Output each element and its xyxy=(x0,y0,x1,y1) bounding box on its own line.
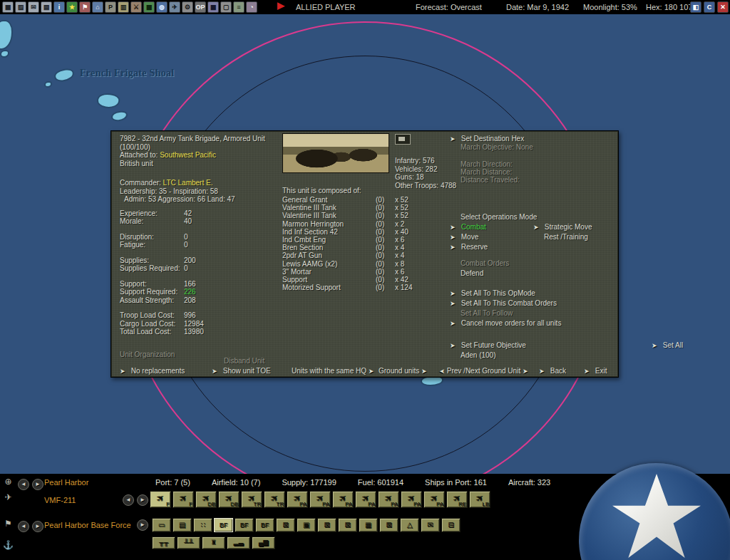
set-all-opmode[interactable]: Set All To This OpMode xyxy=(461,289,535,297)
aircraft-group-button[interactable]: ✈ PA xyxy=(287,491,308,508)
flag-icon[interactable]: ⚑ xyxy=(79,1,91,13)
aircraft-group-button[interactable]: ✈ TR xyxy=(241,491,262,508)
air-ops-icon[interactable]: ✈ xyxy=(169,1,180,13)
aircraft-group-button[interactable]: ✈ PA xyxy=(401,491,422,508)
ground-unit-button[interactable]: ⊠ xyxy=(338,518,357,532)
quit-icon[interactable]: ✕ xyxy=(717,1,729,13)
prev-air-group-button[interactable]: ◄ xyxy=(123,494,134,506)
facility-button[interactable]: ╨╨ xyxy=(177,536,200,549)
bases-icon[interactable]: ⌂ xyxy=(92,1,103,13)
next-air-group-button[interactable]: ► xyxy=(137,494,148,506)
aircraft-group-button[interactable]: ✈ PA xyxy=(309,491,331,508)
screens-icon[interactable]: ▢ xyxy=(220,1,232,13)
facility-button[interactable]: ▄▆ xyxy=(252,536,275,549)
opmode-reserve[interactable]: Reserve xyxy=(461,243,488,251)
air-group-link[interactable]: VMF-211 xyxy=(44,496,76,504)
action-arrow-icon[interactable]: ➤ xyxy=(450,244,459,251)
set-all-follow[interactable]: Set All To Follow xyxy=(450,309,513,317)
action-arrow-icon[interactable]: ➤ xyxy=(584,368,593,375)
action-arrow-icon[interactable]: ➤ xyxy=(421,368,431,375)
combat-anim-icon[interactable]: C xyxy=(704,1,715,13)
action-arrow-icon[interactable]: ➤ xyxy=(450,135,459,142)
show-unit-toe[interactable]: Show unit TOE xyxy=(223,367,271,375)
ground-unit-button[interactable]: ∷ xyxy=(193,518,212,532)
photo-toggle-icon[interactable] xyxy=(395,134,411,145)
action-arrow-icon[interactable]: ➤ xyxy=(450,290,459,297)
set-all-combat-orders[interactable]: Set All To This Combat Orders xyxy=(461,299,557,307)
combat-report-icon[interactable]: ⚔ xyxy=(130,1,142,13)
ground-unit-button[interactable]: ▤ xyxy=(173,518,192,532)
ops-report-icon[interactable]: OP xyxy=(195,1,206,13)
facility-button[interactable]: ╥╥ xyxy=(152,536,175,549)
aircraft-group-button[interactable]: ✈ TR xyxy=(264,491,285,508)
action-arrow-icon[interactable]: ➤ xyxy=(450,224,459,231)
aircraft-group-button[interactable]: ✈ DB xyxy=(218,491,240,508)
back-button[interactable]: Back xyxy=(550,367,566,375)
settings-icon[interactable]: ⚙ xyxy=(182,1,193,13)
units-same-hq[interactable]: Units with the same HQ xyxy=(292,367,366,375)
disband-unit[interactable]: Disband Unit xyxy=(224,357,264,365)
aircraft-group-button[interactable]: ✈ PA xyxy=(378,491,399,508)
aircraft-group-button[interactable]: ✈ PA xyxy=(332,491,354,508)
save-icon[interactable]: ▦ xyxy=(2,1,14,13)
ground-unit-button[interactable]: ⊠ xyxy=(317,518,336,532)
ground-unit-button[interactable]: ⊠ xyxy=(276,518,295,532)
opmode-strategic-move[interactable]: Strategic Move xyxy=(545,223,592,231)
action-arrow-icon[interactable]: ➤ xyxy=(450,342,459,349)
cancel-move-orders[interactable]: Cancel move orders for all units xyxy=(461,319,562,327)
base-name-link[interactable]: Pearl Harbor xyxy=(44,478,88,487)
facility-button[interactable]: ♜ xyxy=(202,536,225,549)
action-arrow-icon[interactable]: ➤ xyxy=(212,368,221,375)
ground-mode-icon[interactable]: ⊕ xyxy=(2,476,14,488)
load-icon[interactable]: ▨ xyxy=(15,1,26,13)
world-map-icon[interactable]: ◍ xyxy=(156,1,168,13)
intel-icon[interactable]: i xyxy=(53,1,65,13)
action-arrow-icon[interactable]: ➤ xyxy=(450,320,459,327)
action-arrow-icon[interactable]: ➤ xyxy=(120,368,129,375)
land-map-icon[interactable]: ▩ xyxy=(143,1,155,13)
combat-order-defend[interactable]: Defend xyxy=(450,269,483,277)
facility-button[interactable]: ▂▃ xyxy=(227,536,250,549)
set-future-objective[interactable]: Set Future Objective xyxy=(461,341,526,349)
aircraft-group-button[interactable]: ✈ DB xyxy=(195,491,217,508)
prev-base-button[interactable]: ◄ xyxy=(18,479,29,490)
action-arrow-icon[interactable]: ➤ xyxy=(533,224,543,231)
ground-unit-button[interactable]: BF xyxy=(255,518,274,532)
next-base-button[interactable]: ► xyxy=(32,479,43,490)
ground-unit-button[interactable]: ⊟ xyxy=(441,518,461,532)
charts-icon[interactable]: ▥ xyxy=(118,1,129,13)
air-mode-icon[interactable]: ✈ xyxy=(2,492,14,504)
time-icon[interactable]: ◔ xyxy=(246,1,257,13)
action-arrow-icon[interactable]: ➤ xyxy=(539,368,548,375)
reports-icon[interactable]: ▤ xyxy=(41,1,52,13)
signal-icon[interactable]: P xyxy=(105,1,116,13)
run-turn-icon[interactable]: ▶ xyxy=(275,0,287,11)
mail-icon[interactable]: ✉ xyxy=(28,1,39,13)
aircraft-group-button[interactable]: ✈ F xyxy=(173,491,194,508)
next-unit-arrow-icon[interactable]: ➤ xyxy=(523,368,532,375)
aircraft-group-button[interactable]: ✈ RE xyxy=(446,491,468,508)
aircraft-group-button[interactable]: ✈ PA xyxy=(423,491,445,508)
ground-units-list[interactable]: Ground units xyxy=(379,367,419,375)
set-all-objective[interactable]: Set All xyxy=(663,341,683,349)
ground-unit-button[interactable]: △ xyxy=(400,518,419,532)
opmode-combat[interactable]: Combat xyxy=(461,223,486,231)
aircraft-group-button[interactable]: ✈ LB xyxy=(469,491,490,508)
ground-unit-button[interactable]: BF xyxy=(235,518,254,532)
prev-ground-unit-button[interactable]: ◄ xyxy=(18,521,29,532)
aircraft-group-button[interactable]: ✈ F xyxy=(150,491,171,508)
ground-unit-button[interactable]: BF xyxy=(214,518,233,532)
opmode-rest[interactable]: Rest /Training xyxy=(544,233,588,241)
opmode-move[interactable]: Move xyxy=(461,233,478,241)
exit-button[interactable]: Exit xyxy=(595,367,607,375)
prev-unit-arrow-icon[interactable]: ➤ xyxy=(436,368,445,375)
action-arrow-icon[interactable]: ➤ xyxy=(369,368,378,375)
next-unit-list-button[interactable]: ► xyxy=(137,519,148,531)
action-arrow-icon[interactable]: ➤ xyxy=(450,234,459,241)
ground-unit-button[interactable]: ✉ xyxy=(421,518,440,532)
no-replacements-toggle[interactable]: No replacements xyxy=(131,367,185,375)
commander-link[interactable]: LTC Lambert E. xyxy=(163,179,213,187)
map-info-icon[interactable]: ◧ xyxy=(690,1,701,13)
aircraft-group-button[interactable]: ✈ PA xyxy=(355,491,376,508)
attached-hq-link[interactable]: Southwest Pacific xyxy=(160,151,216,159)
